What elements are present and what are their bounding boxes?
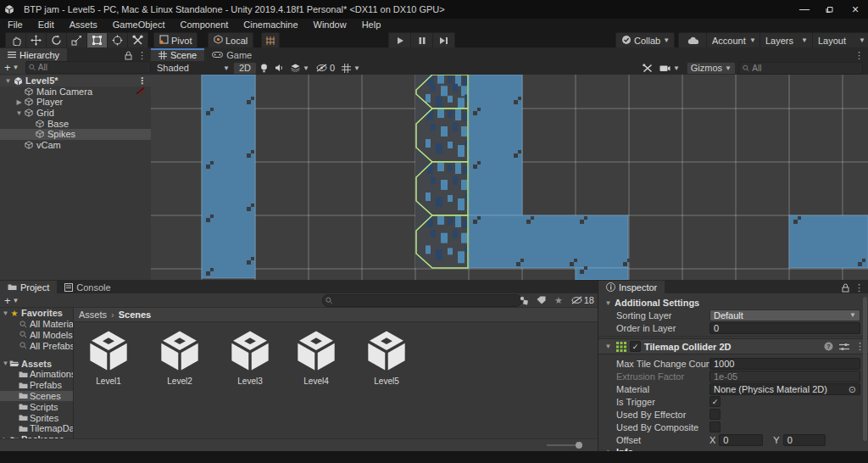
tab-inspector[interactable]: Inspector bbox=[598, 281, 665, 293]
project-tree-scripts[interactable]: Scripts bbox=[0, 401, 73, 412]
close-button[interactable]: × bbox=[843, 1, 868, 18]
pause-button[interactable] bbox=[411, 32, 433, 48]
tab-project[interactable]: Project bbox=[0, 281, 57, 293]
scene-camera-dropdown[interactable]: ▼ bbox=[656, 63, 683, 74]
favorite-search-icon[interactable]: ★ bbox=[554, 295, 563, 306]
menu-help[interactable]: Help bbox=[354, 19, 389, 31]
cloud-button[interactable] bbox=[678, 32, 709, 48]
object-picker-icon[interactable]: ⊙ bbox=[849, 384, 856, 394]
tab-scene[interactable]: Scene bbox=[151, 48, 204, 61]
asset-level1[interactable]: Level1 bbox=[80, 328, 137, 386]
local-toggle[interactable]: Local bbox=[208, 32, 253, 48]
collab-dropdown[interactable]: Collab▼ bbox=[615, 32, 675, 48]
2d-toggle[interactable]: 2D bbox=[233, 62, 257, 75]
step-button[interactable] bbox=[433, 32, 455, 48]
hierarchy-item-spikes[interactable]: Spikes bbox=[0, 129, 151, 140]
project-search-input[interactable] bbox=[336, 296, 519, 305]
field-max-tile-change-count[interactable]: 1000 bbox=[709, 358, 860, 370]
project-search[interactable] bbox=[322, 294, 522, 307]
play-button[interactable] bbox=[388, 32, 411, 48]
hand-tool-button[interactable] bbox=[5, 32, 25, 48]
dropdown-sorting-layer[interactable]: Default▼ bbox=[709, 310, 860, 321]
scene-grid-dropdown[interactable]: ▼ bbox=[338, 63, 364, 74]
maximize-button[interactable] bbox=[817, 1, 843, 18]
menu-component[interactable]: Component bbox=[172, 19, 236, 31]
hierarchy-item-level5-[interactable]: ▼Level5*⋮ bbox=[0, 75, 151, 86]
tab-console[interactable]: Console bbox=[57, 281, 118, 293]
project-tree-assets[interactable]: ▼Assets bbox=[0, 358, 73, 369]
scene-fx-dropdown[interactable]: ▼ bbox=[287, 63, 313, 74]
thumbnail-zoom-slider[interactable] bbox=[547, 444, 582, 446]
scene-options-kebab-icon[interactable]: ⋮ bbox=[137, 75, 147, 86]
transform-tool-button[interactable] bbox=[107, 32, 127, 48]
scene-audio-toggle[interactable] bbox=[271, 63, 287, 74]
help-icon[interactable]: ? bbox=[824, 342, 833, 351]
search-by-type-icon[interactable] bbox=[519, 296, 528, 305]
hierarchy-item-vcam[interactable]: vCam bbox=[0, 140, 151, 151]
additional-settings-foldout[interactable]: ▼Additional Settings bbox=[598, 297, 868, 309]
menu-gameobject[interactable]: GameObject bbox=[105, 19, 173, 31]
scene-search-input[interactable] bbox=[752, 64, 860, 73]
asset-level3[interactable]: Level3 bbox=[221, 328, 279, 386]
scene-visibility-toggle[interactable]: 0 bbox=[313, 63, 338, 74]
breadcrumb-root[interactable]: Assets bbox=[79, 310, 107, 320]
slider-handle[interactable] bbox=[576, 442, 582, 449]
menu-assets[interactable]: Assets bbox=[62, 19, 105, 31]
gizmos-dropdown[interactable]: Gizmos▼ bbox=[687, 62, 736, 75]
asset-level4[interactable]: Level4 bbox=[287, 328, 345, 386]
project-tree-all-materials[interactable]: All Materials bbox=[0, 319, 73, 330]
hierarchy-item-player[interactable]: ▶Player bbox=[0, 97, 151, 108]
move-tool-button[interactable] bbox=[25, 32, 46, 48]
menu-cinemachine[interactable]: Cinemachine bbox=[236, 19, 305, 31]
field-extrusion-factor[interactable]: 1e-05 bbox=[709, 371, 860, 382]
inspector-scrollbar[interactable] bbox=[863, 295, 867, 448]
hierarchy-kebab-icon[interactable]: ⋮ bbox=[137, 50, 147, 61]
project-tree-all-models[interactable]: All Models bbox=[0, 330, 73, 341]
rotate-tool-button[interactable] bbox=[46, 32, 66, 48]
component-foldout-icon[interactable]: ▼ bbox=[604, 343, 613, 350]
create-dropdown-caret[interactable]: ▼ bbox=[13, 297, 19, 304]
project-tree-animations[interactable]: Animations bbox=[0, 369, 73, 380]
checkbox-used-by-effector[interactable] bbox=[709, 409, 721, 420]
scene-viewport[interactable] bbox=[151, 75, 868, 280]
add-dropdown-caret[interactable]: ▼ bbox=[13, 64, 19, 71]
shading-dropdown[interactable]: Shaded▼ bbox=[153, 63, 233, 74]
lock-icon[interactable] bbox=[125, 51, 132, 60]
scene-search[interactable] bbox=[739, 62, 863, 75]
account-dropdown[interactable]: Account▼ bbox=[706, 32, 762, 48]
add-gameobject-button[interactable]: + bbox=[4, 61, 11, 74]
pivot-toggle[interactable]: Pivot bbox=[153, 32, 198, 48]
search-by-label-icon[interactable] bbox=[537, 296, 546, 304]
menu-file[interactable]: File bbox=[0, 19, 31, 31]
inspector-kebab-icon[interactable]: ⋮ bbox=[854, 282, 864, 293]
breadcrumb-current[interactable]: Scenes bbox=[119, 310, 152, 320]
preset-icon[interactable] bbox=[839, 343, 849, 351]
project-tree-tilemapdat[interactable]: TilemapDat bbox=[0, 423, 73, 434]
project-tree-all-prefabs[interactable]: All Prefabs bbox=[0, 340, 73, 351]
component-enabled-checkbox[interactable]: ✓ bbox=[630, 341, 641, 352]
hierarchy-item-main-camera[interactable]: Main Camera bbox=[0, 86, 151, 98]
scene-lighting-toggle[interactable] bbox=[257, 63, 271, 74]
hierarchy-item-base[interactable]: Base bbox=[0, 118, 151, 129]
project-tree-prefabs[interactable]: Prefabs bbox=[0, 380, 73, 391]
field-order-in-layer[interactable]: 0 bbox=[709, 322, 860, 334]
checkbox-used-by-composite[interactable] bbox=[709, 421, 721, 432]
menu-window[interactable]: Window bbox=[306, 19, 354, 31]
layers-dropdown[interactable]: Layers▼ bbox=[760, 32, 814, 48]
minimize-button[interactable]: — bbox=[792, 1, 817, 18]
hierarchy-item-grid[interactable]: ▼Grid bbox=[0, 108, 151, 119]
asset-level5[interactable]: Level5 bbox=[358, 328, 415, 386]
project-tree-scenes[interactable]: Scenes bbox=[0, 391, 73, 402]
hierarchy-search[interactable] bbox=[25, 61, 151, 74]
project-tree-favorites[interactable]: ▼★Favorites bbox=[0, 308, 73, 319]
editor-tools-button[interactable] bbox=[639, 63, 656, 74]
custom-tool-button[interactable] bbox=[127, 32, 148, 48]
offset-x-field[interactable]: 0 bbox=[719, 434, 763, 446]
menu-edit[interactable]: Edit bbox=[31, 19, 62, 31]
project-hidden-toggle[interactable]: 18 bbox=[571, 295, 594, 305]
lock-icon[interactable] bbox=[842, 283, 849, 293]
layout-dropdown[interactable]: Layout▼ bbox=[812, 32, 868, 48]
camera-flag-icon[interactable] bbox=[136, 86, 146, 97]
object-field-material[interactable]: None (Physics Material 2D)⊙ bbox=[709, 383, 860, 395]
component-header-tilemap-collider[interactable]: ▼ ✓ Tilemap Collider 2D ? ⋮ bbox=[598, 338, 868, 354]
